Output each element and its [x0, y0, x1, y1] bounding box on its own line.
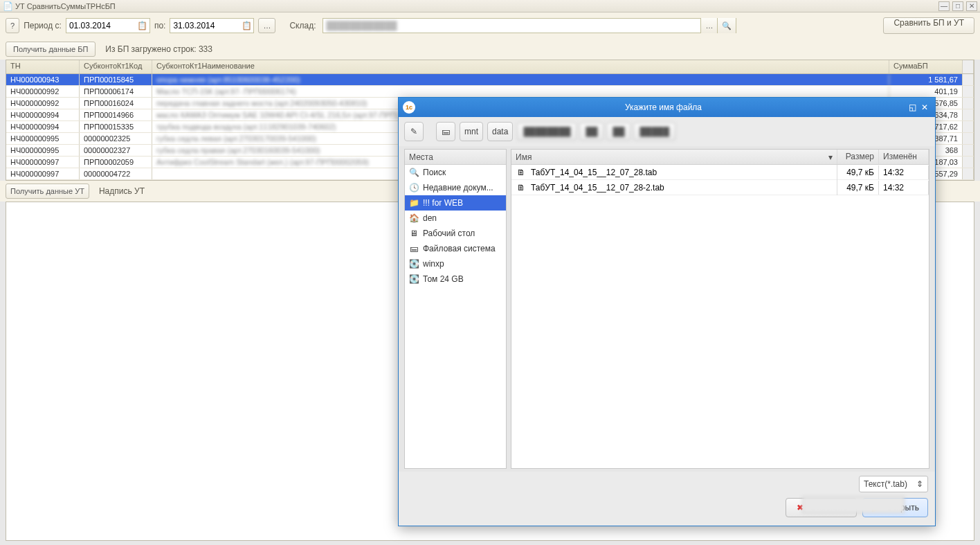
- places-panel: Места 🔍Поиск🕓Недавние докум...📁!!! for W…: [404, 149, 507, 469]
- edit-path-button[interactable]: ✎: [404, 122, 424, 141]
- sklad-search-button[interactable]: 🔍: [717, 18, 736, 33]
- disk-icon: 💽: [409, 259, 419, 269]
- clock-icon: 🕓: [409, 183, 419, 193]
- path-crumb[interactable]: ██: [606, 123, 630, 141]
- file-row[interactable]: 🗎ТабУТ_14_04_15__12_07_28.tab49,7 кБ14:3…: [511, 165, 929, 180]
- col-filesize[interactable]: Размер: [837, 150, 879, 164]
- file-icon: 🗎: [516, 182, 527, 193]
- path-crumb[interactable]: █████: [633, 123, 675, 141]
- maximize-button[interactable]: □: [952, 1, 963, 11]
- grid-header: ТН СубконтоКт1Код СубконтоКт1Наименовани…: [6, 60, 974, 74]
- main-titlebar: 📄 УТ СравнитьСуммыТРНсБП — □ ✕: [0, 0, 980, 12]
- place-item[interactable]: 🏠den: [405, 211, 506, 226]
- place-item[interactable]: 💽Том 24 GB: [405, 271, 506, 287]
- period-to-input[interactable]: 31.03.2014 📋: [170, 18, 254, 33]
- calendar-icon[interactable]: 📋: [137, 20, 148, 31]
- col-sum[interactable]: СуммаБП: [889, 60, 963, 73]
- dialog-restore-button[interactable]: ◱: [906, 102, 918, 113]
- period-from-label: Период с:: [24, 21, 62, 30]
- file-list-header: Имя▾ Размер Изменён: [511, 150, 929, 165]
- sklad-label: Склад:: [289, 21, 316, 30]
- main-toolbar: ? Период с: 01.03.2014 📋 по: 31.03.2014 …: [0, 12, 980, 39]
- place-item[interactable]: 🔍Поиск: [405, 165, 506, 180]
- scroll-gutter: [963, 60, 974, 73]
- period-from-input[interactable]: 01.03.2014 📋: [66, 18, 150, 33]
- dialog-title: Укажите имя файла: [421, 102, 906, 112]
- home-icon: 🏠: [409, 213, 419, 223]
- col-filemodified[interactable]: Изменён: [879, 150, 929, 164]
- filetype-select[interactable]: Текст(*.tab) ⇕: [859, 476, 928, 492]
- bp-bar: Получить данные БП Из БП загружено строк…: [0, 39, 980, 60]
- place-item[interactable]: 💽winxp: [405, 256, 506, 271]
- place-item[interactable]: 🖥Рабочий стол: [405, 226, 506, 241]
- place-item[interactable]: 📁!!! for WEB: [405, 195, 506, 211]
- close-button[interactable]: ✕: [966, 1, 977, 11]
- dialog-close-button[interactable]: ✕: [918, 102, 931, 113]
- period-to-label: по:: [154, 21, 166, 30]
- table-row[interactable]: НЧ000000943ПРП00015845опора нижняя (арт.…: [6, 74, 974, 86]
- place-item[interactable]: 🖴Файловая система: [405, 241, 506, 256]
- col-name[interactable]: СубконтоКт1Наименование: [152, 60, 889, 73]
- folder-icon: 📁: [409, 198, 419, 208]
- app-icon: 📄: [3, 1, 12, 11]
- fs-icon: 🖴: [409, 244, 419, 253]
- path-mnt[interactable]: mnt: [460, 122, 483, 141]
- spinner-icon: ⇕: [916, 479, 923, 489]
- path-crumb[interactable]: ██: [579, 123, 604, 141]
- disk-icon: 💽: [409, 274, 419, 284]
- path-data[interactable]: data: [487, 122, 513, 141]
- path-crumb[interactable]: ████████: [517, 123, 577, 141]
- desktop-icon: 🖥: [409, 229, 419, 238]
- calendar-icon[interactable]: 📋: [241, 20, 252, 31]
- minimize-button[interactable]: —: [938, 1, 950, 11]
- file-list: Имя▾ Размер Изменён 🗎ТабУТ_14_04_15__12_…: [511, 149, 929, 469]
- search-icon: 🔍: [409, 168, 419, 177]
- window-title: УТ СравнитьСуммыТРНсБП: [15, 2, 938, 10]
- dialog-toolbar: ✎ 🖴 mnt data ████████ ██ ██ █████: [399, 117, 935, 146]
- col-code[interactable]: СубконтоКт1Код: [80, 60, 152, 73]
- load-ut-button[interactable]: Получить данные УТ: [6, 184, 89, 199]
- col-tn[interactable]: ТН: [6, 60, 80, 73]
- drive-icon[interactable]: 🖴: [436, 122, 455, 141]
- file-icon: 🗎: [516, 167, 527, 178]
- period-dialog-button[interactable]: …: [258, 18, 275, 33]
- sklad-select-button[interactable]: …: [700, 18, 717, 33]
- places-header: Места: [405, 150, 506, 165]
- compare-button[interactable]: Сравнить БП и УТ: [883, 17, 974, 34]
- path-crumbs: ████████ ██ ██ █████: [517, 123, 929, 141]
- bp-status: Из БП загружено строк: 333: [105, 44, 212, 54]
- file-row[interactable]: 🗎ТабУТ_14_04_15__12_07_28-2.tab49,7 кБ14…: [511, 180, 929, 195]
- file-dialog: 1c Укажите имя файла ◱ ✕ ✎ 🖴 mnt data ██…: [398, 97, 936, 526]
- 1c-icon: 1c: [403, 101, 415, 114]
- ut-label: Надпись УТ: [99, 186, 145, 196]
- dialog-titlebar: 1c Укажите имя файла ◱ ✕: [399, 98, 935, 117]
- place-item[interactable]: 🕓Недавние докум...: [405, 180, 506, 195]
- sklad-input[interactable]: ████████████ … 🔍: [323, 18, 736, 33]
- sort-icon: ▾: [828, 152, 833, 162]
- load-bp-button[interactable]: Получить данные БП: [6, 42, 96, 57]
- help-button[interactable]: ?: [6, 18, 19, 33]
- filename-input[interactable]: [802, 497, 905, 513]
- table-row[interactable]: НЧ000000992ПРП00006174Масло ТСП-15К (арт…: [6, 86, 974, 98]
- col-filename[interactable]: Имя▾: [511, 150, 837, 164]
